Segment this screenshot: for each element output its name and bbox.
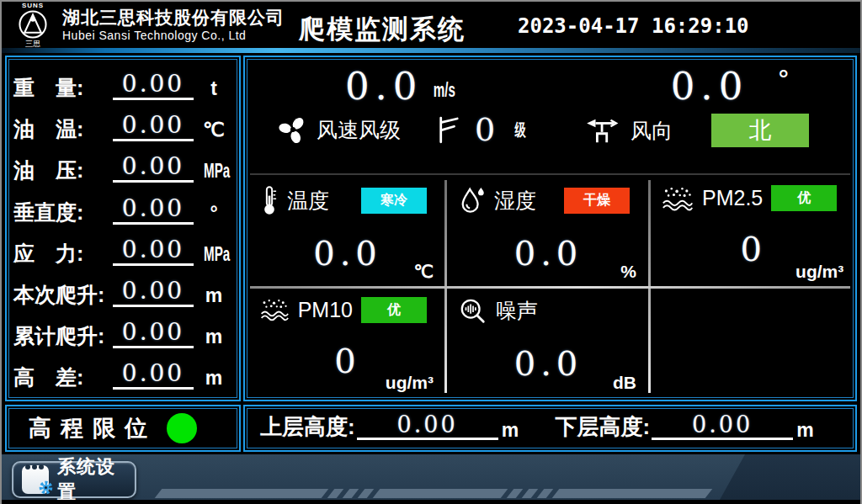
measure-unit: °: [197, 202, 231, 225]
measure-value-field: 0.00: [113, 111, 194, 141]
measure-row-oil-temp: 油 温: 0.00 ℃: [13, 105, 231, 146]
monitoring-screen: SUNS 三思 湖北三思科技股份有限公司 Hubei Sansi Technol…: [0, 0, 862, 504]
layer-heights-panel: 上层高度: 0.00 m 下层高度: 0.00 m: [243, 405, 857, 452]
upper-height-value-field: 0.00: [357, 411, 498, 440]
datetime-display: 2023-04-17 16:29:10: [518, 14, 749, 38]
wind-speed-readout: 0.0 m/s: [247, 67, 560, 105]
measure-unit: ℃: [197, 119, 231, 141]
particles-icon: [260, 297, 290, 322]
wind-direction-readout: 0.0 °: [583, 67, 862, 105]
elevation-limit-label: 高程限位: [29, 413, 157, 443]
measure-unit: m: [197, 367, 231, 390]
measure-row-verticality: 垂直度: 0.00 °: [13, 188, 231, 229]
wind-level-flag-icon: [438, 115, 460, 144]
measure-row-current-climb: 本次爬升: 0.00 m: [13, 271, 231, 312]
elevation-limit-indicator: [167, 413, 197, 443]
upper-height-value: 0.00: [397, 411, 458, 438]
measure-value: 0.00: [122, 359, 184, 387]
measure-value-field: 0.00: [113, 236, 194, 266]
measure-row-oil-pressure: 油 压: 0.00 MPa: [13, 146, 231, 188]
grid-horizontal-divider: [250, 286, 850, 289]
temperature-unit: ℃: [413, 262, 434, 282]
pm10-cell: PM10 优 0 ug/m³: [247, 287, 445, 399]
noise-cell: 噪声 0.0 dB: [445, 287, 648, 399]
noise-value: 0.0: [459, 344, 638, 383]
measure-row-height-diff: 高 差: 0.00 m: [13, 353, 231, 395]
gear-icon: [38, 480, 54, 499]
settings-sliders-icon: [22, 465, 49, 494]
measure-value: 0.00: [122, 318, 184, 346]
measure-label: 应 力:: [13, 240, 113, 268]
header: SUNS 三思 湖北三思科技股份有限公司 Hubei Sansi Technol…: [2, 2, 860, 48]
system-settings-button[interactable]: 系统设置: [12, 461, 136, 498]
humidity-value: 0.0: [459, 234, 638, 273]
pm10-status-badge: 优: [361, 297, 427, 323]
measure-value: 0.00: [122, 70, 184, 98]
wind-direction-badge: 北: [711, 114, 809, 147]
measure-row-stress: 应 力: 0.00 MPa: [13, 230, 231, 271]
pm25-cell: PM2.5 优 0 ug/m³: [648, 175, 855, 287]
humidity-label: 湿度: [494, 187, 536, 215]
settings-button-label: 系统设置: [57, 454, 126, 504]
lower-height-label: 下层高度:: [556, 412, 651, 442]
measure-unit: m: [197, 284, 231, 307]
company-name-en: Hubei Sansi Technology Co., Ltd: [62, 29, 285, 42]
wind-level-value: 0: [475, 114, 495, 146]
measure-label: 累计爬升:: [13, 322, 113, 350]
logo-cn-text: 三思: [25, 40, 40, 48]
environment-grid: 温度 寒冷 0.0 ℃ 湿度 干燥 0.0 %: [247, 175, 854, 398]
taskbar: 系统设置: [0, 454, 862, 504]
header-divider: [2, 48, 860, 53]
logo-suns-text: SUNS: [22, 3, 44, 9]
measure-label: 本次爬升:: [13, 281, 113, 309]
pm10-label: PM10: [298, 298, 353, 322]
measure-label: 垂直度:: [13, 199, 113, 226]
wind-direction-label: 风向: [631, 117, 673, 145]
wind-direction-block: 0.0 ° 风向 北: [560, 59, 854, 173]
wind-direction-unit: °: [777, 67, 790, 93]
temperature-status-badge: 寒冷: [361, 188, 427, 214]
wind-speed-value: 0.0: [345, 67, 423, 105]
upper-height-unit: m: [502, 419, 519, 442]
empty-cell: [648, 287, 855, 399]
wind-speed-block: 0.0 m/s 风速风级: [247, 59, 560, 173]
measure-value-field: 0.00: [113, 194, 194, 225]
wind-level-unit: 级: [512, 119, 529, 141]
temperature-value: 0.0: [260, 234, 435, 273]
wind-section: 0.0 m/s 风速风级: [247, 59, 854, 173]
measure-row-weight: 重 量: 0.00 t: [13, 64, 231, 105]
upper-height-field: 上层高度: 0.00 m: [255, 411, 551, 445]
taskbar-stripes: [158, 489, 709, 498]
measure-value: 0.00: [122, 194, 184, 222]
humidity-status-badge: 干燥: [564, 188, 630, 214]
measure-unit: MPa: [197, 243, 231, 266]
wind-direction-line: 风向 北: [560, 114, 854, 147]
noise-icon: [459, 297, 487, 326]
measure-label: 油 压:: [13, 157, 113, 184]
humidity-cell: 湿度 干燥 0.0 %: [445, 175, 648, 287]
measure-value-field: 0.00: [113, 70, 194, 100]
humidity-unit: %: [620, 262, 636, 282]
wind-vane-icon: [585, 116, 620, 145]
upper-height-label: 上层高度:: [260, 412, 355, 442]
measure-value-field: 0.00: [113, 359, 194, 390]
wind-direction-value: 0.0: [671, 67, 749, 105]
elevation-limit-panel: 高程限位: [5, 405, 241, 452]
measure-value-field: 0.00: [113, 152, 194, 183]
company-logo: SUNS 三思: [8, 3, 57, 48]
measure-value: 0.00: [122, 111, 184, 139]
particles-icon: [662, 186, 694, 211]
pm25-label: PM2.5: [702, 186, 763, 210]
measure-label: 重 量:: [13, 74, 113, 102]
company-name: 湖北三思科技股份有限公司 Hubei Sansi Technology Co.,…: [62, 8, 285, 41]
pm25-unit: ug/m³: [795, 262, 843, 282]
measure-value-field: 0.00: [113, 318, 194, 348]
pm25-status-badge: 优: [771, 185, 837, 211]
thermometer-icon: [260, 185, 279, 215]
wind-speed-label: 风速风级: [317, 116, 401, 144]
measure-row-total-climb: 累计爬升: 0.00 m: [13, 312, 231, 353]
page-title: 爬模监测系统: [299, 12, 466, 47]
measurements-panel: 重 量: 0.00 t 油 温: 0.00 ℃ 油 压: 0.00 MPa 垂直…: [5, 56, 241, 401]
measure-unit: m: [197, 326, 231, 348]
measure-unit: MPa: [197, 160, 231, 183]
